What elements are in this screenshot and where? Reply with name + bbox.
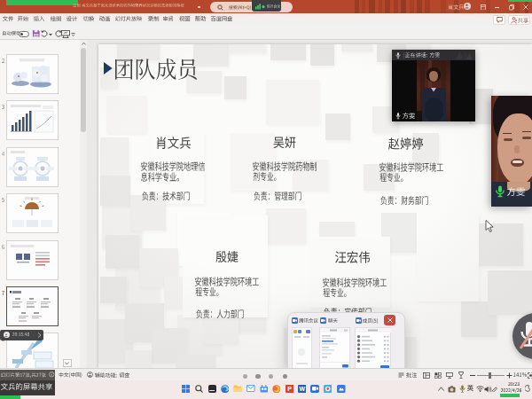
svg-text:W: W	[299, 386, 305, 392]
svg-text:P: P	[287, 386, 292, 392]
